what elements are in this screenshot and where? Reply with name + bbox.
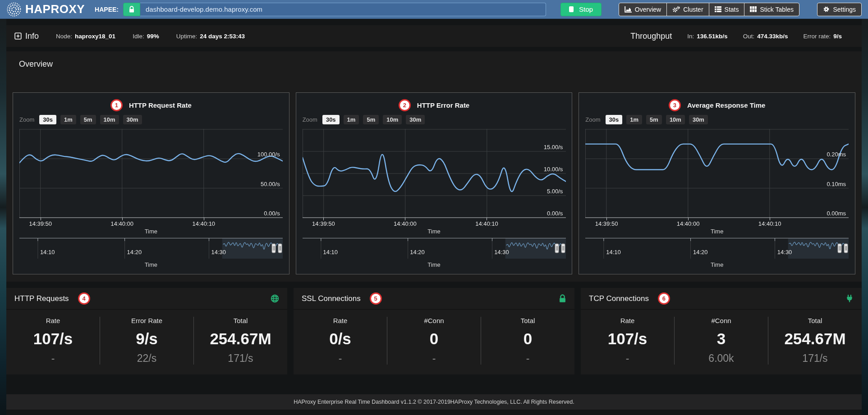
navigator-handle[interactable] <box>838 244 841 253</box>
http-request-rate-chart: 1 HTTP Request Rate Zoom30s1m5m10m30m 10… <box>13 92 289 274</box>
uptime-info: Uptime:24 days 2:53:43 <box>176 33 245 40</box>
zoom-label: Zoom <box>303 116 317 123</box>
card-title: SSL Connections <box>302 294 361 303</box>
zoom-30m-button[interactable]: 30m <box>689 115 708 124</box>
view-switcher: Overview Cluster <box>619 3 799 16</box>
lock-icon <box>559 294 566 303</box>
navigator-axis-label: 14:10 <box>323 249 338 255</box>
plus-square-icon <box>14 32 22 40</box>
y-axis-label: 100.00/s <box>257 151 280 158</box>
y-axis-label: 0.00/s <box>264 210 280 217</box>
gear-icon <box>823 6 830 13</box>
navigator-handle[interactable] <box>272 244 276 253</box>
http-requests-card: HTTP Requests 4 Rate 107/s - <box>6 288 287 374</box>
settings-button[interactable]: Settings <box>817 3 862 16</box>
zoom-30m-button[interactable]: 30m <box>123 115 142 124</box>
navigator-svg <box>303 238 566 260</box>
navigator-axis-label: 14:20 <box>693 249 708 255</box>
globe-icon <box>271 294 279 303</box>
haproxy-logo-icon <box>6 2 22 17</box>
chart-plot-area: 100.00/s50.00/s0.00/s <box>19 129 283 218</box>
navigator-handle[interactable] <box>844 244 848 253</box>
zoom-30s-button[interactable]: 30s <box>606 115 623 124</box>
main-chart-svg <box>303 129 566 218</box>
zoom-5m-button[interactable]: 5m <box>646 115 662 124</box>
gears-icon <box>672 6 680 13</box>
zoom-5m-button[interactable]: 5m <box>363 115 379 124</box>
error-rate-info: Error rate:9/s <box>803 33 842 40</box>
zoom-1m-button[interactable]: 1m <box>60 115 76 124</box>
zoom-label: Zoom <box>19 116 34 123</box>
stat-rate: Rate 0/s - <box>294 317 387 365</box>
lock-button[interactable] <box>123 3 140 16</box>
navigator-axis-label: 14:30 <box>777 249 792 255</box>
navigator-handle[interactable] <box>555 244 559 253</box>
chart-navigator[interactable]: 14:1014:2014:30 <box>303 238 566 260</box>
x-axis-label: 14:40:00 <box>677 220 700 227</box>
throughput-out: Out:474.33kb/s <box>743 33 788 40</box>
info-toggle[interactable]: Info <box>14 32 39 41</box>
y-axis-label: 0.10ms <box>827 181 846 187</box>
navigator-handle[interactable] <box>278 244 282 253</box>
y-axis-label: 0.20ms <box>827 151 846 158</box>
stat-total: Total 254.67M 171/s <box>768 317 862 365</box>
footer: HAProxy Enterprise Real Time Dashboard v… <box>6 394 862 410</box>
chart-navigator[interactable]: 14:1014:2014:30 <box>585 238 849 260</box>
zoom-5m-button[interactable]: 5m <box>80 115 96 124</box>
y-axis-label: 0.00ms <box>827 210 846 217</box>
hapee-label: HAPEE: <box>95 6 119 13</box>
y-axis-label: 0.00/s <box>547 210 563 217</box>
x-axis-label: 14:39:50 <box>312 220 335 227</box>
navigator-axis-title: Time <box>13 261 289 269</box>
tab-cluster[interactable]: Cluster <box>666 3 709 16</box>
navigator-axis-label: 14:30 <box>494 249 509 255</box>
chart-title: Average Response Time <box>687 101 765 109</box>
x-axis-labels: 14:39:5014:40:0014:40:10 <box>19 218 283 227</box>
url-group <box>123 3 546 16</box>
tab-stick-tables[interactable]: Stick Tables <box>744 3 799 16</box>
stop-icon <box>569 6 574 12</box>
stat-conn: #Conn 0 - <box>387 317 481 365</box>
tab-overview[interactable]: Overview <box>619 3 667 16</box>
zoom-10m-button[interactable]: 10m <box>383 115 402 124</box>
overview-section: Overview 1 HTTP Request Rate Zoom30s1m5m… <box>6 51 862 282</box>
zoom-1m-button[interactable]: 1m <box>626 115 642 124</box>
zoom-30s-button[interactable]: 30s <box>322 115 340 124</box>
stat-rate: Rate 107/s - <box>581 317 674 365</box>
copyright-text: HAProxy Enterprise Real Time Dashboard v… <box>294 399 574 405</box>
x-axis-title: Time <box>13 228 289 236</box>
zoom-30m-button[interactable]: 30m <box>406 115 425 124</box>
zoom-10m-button[interactable]: 10m <box>100 115 119 124</box>
x-axis-title: Time <box>579 228 855 236</box>
zoom-label: Zoom <box>585 116 600 123</box>
zoom-controls: Zoom30s1m5m10m30m <box>303 114 572 125</box>
x-axis-labels: 14:39:5014:40:0014:40:10 <box>303 218 566 227</box>
throughput-group: Throughput In:136.51kb/s Out:474.33kb/s … <box>630 32 842 41</box>
grid-table-icon <box>750 6 757 12</box>
info-label: Info <box>25 32 39 41</box>
zoom-30s-button[interactable]: 30s <box>39 115 56 124</box>
y-axis-label: 50.00/s <box>261 181 280 187</box>
stop-button[interactable]: Stop <box>560 3 602 16</box>
average-response-time-chart: 3 Average Response Time Zoom30s1m5m10m30… <box>579 92 855 274</box>
x-axis-label: 14:39:50 <box>595 220 618 227</box>
x-axis-labels: 14:39:5014:40:0014:40:10 <box>585 218 849 227</box>
y-axis-label: 10.00/s <box>544 166 563 173</box>
x-axis-title: Time <box>296 228 572 236</box>
x-axis-label: 14:40:00 <box>394 220 417 227</box>
table-list-icon <box>715 6 721 12</box>
url-input[interactable] <box>140 3 546 16</box>
chart-navigator[interactable]: 14:1014:2014:30 <box>19 238 283 260</box>
stat-rate: Rate 107/s - <box>6 317 100 365</box>
lock-icon <box>129 6 135 13</box>
area-chart-icon <box>625 6 632 13</box>
navigator-svg <box>19 238 283 260</box>
tab-stats[interactable]: Stats <box>709 3 745 16</box>
zoom-1m-button[interactable]: 1m <box>344 115 359 124</box>
navigator-handle[interactable] <box>561 244 565 253</box>
navigator-axis-title: Time <box>579 261 855 269</box>
chart-number-badge: 3 <box>669 99 681 111</box>
chart-title: HTTP Request Rate <box>129 101 192 109</box>
navigator-axis-label: 14:30 <box>211 249 226 255</box>
zoom-10m-button[interactable]: 10m <box>666 115 685 124</box>
